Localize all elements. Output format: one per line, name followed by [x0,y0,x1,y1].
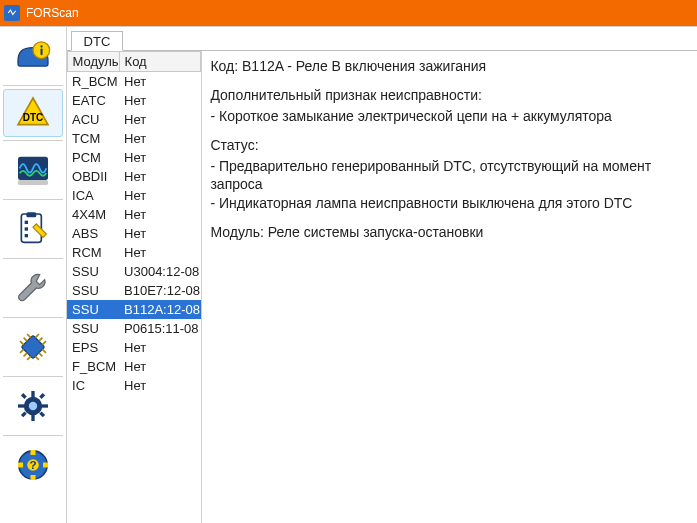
cell-module: OBDII [67,167,119,186]
sidebar-item-oscilloscope[interactable] [3,144,63,196]
svg-rect-11 [24,234,27,237]
svg-rect-28 [18,404,25,407]
sidebar-item-service[interactable] [3,262,63,314]
svg-line-15 [20,341,24,345]
svg-text:?: ? [29,458,36,471]
table-row[interactable]: F_BCMНет [67,357,201,376]
dtc-table: Модуль Код R_BCMНетEATCНетACUНетTCMНетPC… [67,51,202,395]
tab-dtc[interactable]: DTC [71,31,124,51]
cell-code: U3004:12-08 [119,262,201,281]
sidebar-separator [3,376,63,377]
sidebar-item-vehicle-info[interactable] [3,30,63,82]
detail-status-item: - Предварительно генерированный DTC, отс… [210,157,689,195]
table-row[interactable]: 4X4MНет [67,205,201,224]
sidebar-separator [3,199,63,200]
detail-diag-item: - Короткое замыкание электрической цепи … [210,107,689,126]
table-row[interactable]: TCMНет [67,129,201,148]
cell-module: SSU [67,319,119,338]
svg-line-23 [23,353,27,357]
svg-rect-26 [31,391,34,398]
svg-line-19 [35,334,39,338]
svg-rect-10 [24,227,27,230]
cell-module: RCM [67,243,119,262]
svg-rect-39 [18,463,23,468]
table-row[interactable]: SSUU3004:12-08 [67,262,201,281]
svg-point-34 [29,402,37,410]
table-row[interactable]: EATCНет [67,91,201,110]
sidebar-item-dtc[interactable]: DTC [3,89,63,137]
table-row[interactable]: ABSНет [67,224,201,243]
detail-status-header: Статус: [210,136,689,155]
sidebar-separator [3,85,63,86]
panes: Модуль Код R_BCMНетEATCНетACUНетTCMНетPC… [67,51,697,523]
sidebar-item-settings[interactable] [3,380,63,432]
app-title: FORScan [26,6,79,20]
cell-module: ICA [67,186,119,205]
svg-rect-9 [24,221,27,224]
table-row[interactable]: RCMНет [67,243,201,262]
cell-code: Нет [119,357,201,376]
table-row[interactable]: OBDIIНет [67,167,201,186]
table-row[interactable]: ICAНет [67,186,201,205]
cell-code: Нет [119,338,201,357]
cell-code: Нет [119,110,201,129]
sidebar-item-tests[interactable] [3,203,63,255]
sidebar: DTC [0,27,67,523]
cell-module: SSU [67,300,119,319]
cell-code: Нет [119,148,201,167]
col-code[interactable]: Код [119,52,201,72]
dtc-table-wrapper: Модуль Код R_BCMНетEATCНетACUНетTCMНетPC… [67,51,203,523]
cell-code: Нет [119,224,201,243]
detail-code-line: Код: B112A - Реле B включения зажигания [210,57,689,76]
svg-line-18 [35,356,39,360]
svg-rect-2 [40,45,42,48]
sidebar-separator [3,140,63,141]
cell-module: IC [67,376,119,395]
svg-rect-38 [30,475,35,480]
main-area: DTC [0,26,697,523]
svg-rect-31 [39,411,45,417]
cell-code: B10E7:12-08 [119,281,201,300]
table-row[interactable]: ICНет [67,376,201,395]
cell-code: Нет [119,167,201,186]
svg-text:DTC: DTC [23,112,44,123]
col-module[interactable]: Модуль [67,52,119,72]
svg-line-21 [42,341,46,345]
svg-rect-8 [26,212,36,217]
cell-module: SSU [67,262,119,281]
titlebar: FORScan [0,0,697,26]
sidebar-item-chip[interactable] [3,321,63,373]
svg-line-16 [42,349,46,353]
cell-module: PCM [67,148,119,167]
svg-rect-6 [18,180,48,185]
cell-module: R_BCM [67,72,119,92]
cell-code: P0615:11-08 [119,319,201,338]
tab-row: DTC [67,27,697,51]
table-row[interactable]: R_BCMНет [67,72,201,92]
cell-code: Нет [119,186,201,205]
table-row[interactable]: SSUP0615:11-08 [67,319,201,338]
content-area: DTC Модуль Код R_BCMНетEATCНетACUНетTCMН… [67,27,697,523]
table-row[interactable]: SSUB10E7:12-08 [67,281,201,300]
table-row[interactable]: PCMНет [67,148,201,167]
cell-module: EPS [67,338,119,357]
table-row[interactable]: EPSНет [67,338,201,357]
svg-rect-33 [21,411,27,417]
cell-module: ACU [67,110,119,129]
cell-code: Нет [119,376,201,395]
svg-line-17 [39,353,43,357]
cell-code: Нет [119,243,201,262]
table-row[interactable]: ACUНет [67,110,201,129]
dtc-details: Код: B112A - Реле B включения зажигания … [202,51,697,523]
svg-rect-32 [39,393,45,399]
sidebar-item-help[interactable]: ? [3,439,63,491]
cell-module: ABS [67,224,119,243]
cell-code: Нет [119,91,201,110]
cell-code: Нет [119,72,201,92]
table-row[interactable]: SSUB112A:12-08 [67,300,201,319]
svg-rect-30 [21,393,27,399]
sidebar-separator [3,435,63,436]
cell-module: TCM [67,129,119,148]
svg-rect-27 [31,414,34,421]
svg-line-13 [27,334,31,338]
